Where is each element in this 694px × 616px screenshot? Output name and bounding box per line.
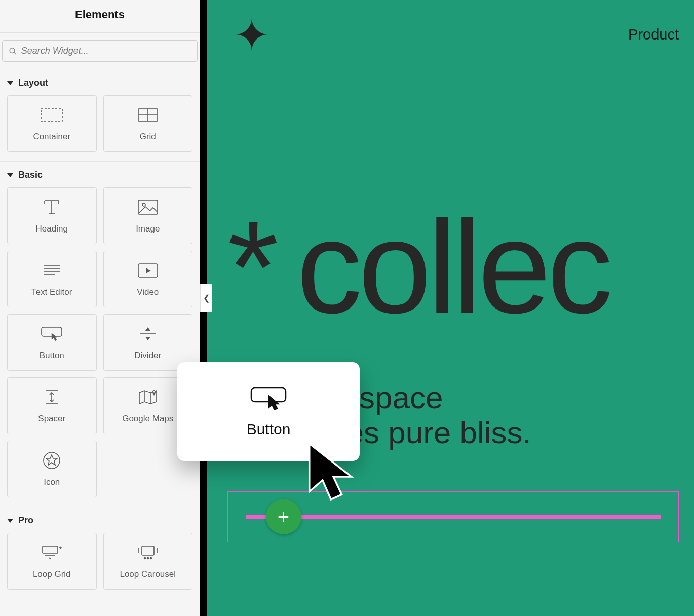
button-icon bbox=[250, 386, 287, 410]
widget-icon[interactable]: Icon bbox=[7, 441, 97, 497]
svg-marker-21 bbox=[145, 327, 150, 331]
widget-loop-grid[interactable]: Loop Grid bbox=[7, 533, 97, 590]
svg-point-38 bbox=[147, 558, 148, 559]
elements-panel: Elements Layout Container Grid Basic bbox=[0, 0, 200, 616]
section-header-basic[interactable]: Basic bbox=[0, 161, 200, 187]
svg-rect-2 bbox=[41, 109, 62, 121]
section-label: Pro bbox=[18, 515, 33, 526]
svg-point-12 bbox=[142, 203, 145, 206]
widget-video[interactable]: Video bbox=[103, 251, 193, 307]
svg-point-0 bbox=[10, 48, 15, 53]
add-element-button[interactable]: + bbox=[266, 499, 301, 534]
logo-icon bbox=[234, 16, 270, 53]
collapse-sidebar-button[interactable]: ❮ bbox=[200, 284, 212, 312]
loop-carousel-icon bbox=[137, 543, 159, 562]
svg-line-1 bbox=[14, 52, 16, 54]
svg-marker-30 bbox=[46, 455, 57, 465]
nav-link-product[interactable]: Product bbox=[628, 26, 679, 43]
widget-heading[interactable]: Heading bbox=[7, 187, 97, 244]
grid-icon bbox=[138, 105, 158, 125]
widget-image[interactable]: Image bbox=[103, 187, 193, 244]
widget-spacer[interactable]: Spacer bbox=[7, 377, 97, 434]
svg-marker-18 bbox=[146, 268, 151, 273]
svg-marker-22 bbox=[145, 337, 150, 340]
search-input-wrap[interactable] bbox=[2, 40, 198, 62]
star-icon bbox=[43, 451, 61, 470]
search-input[interactable] bbox=[21, 46, 191, 56]
hero-heading: * collec bbox=[227, 208, 609, 326]
panel-title: Elements bbox=[0, 0, 200, 33]
loop-grid-icon bbox=[41, 543, 62, 562]
drag-preview-label: Button bbox=[247, 420, 291, 438]
search-icon bbox=[9, 47, 17, 56]
button-icon bbox=[41, 324, 63, 343]
heading-icon bbox=[42, 198, 62, 217]
section-header-pro[interactable]: Pro bbox=[0, 507, 200, 533]
svg-rect-11 bbox=[138, 200, 158, 214]
section-header-layout[interactable]: Layout bbox=[0, 69, 200, 95]
editor-canvas[interactable]: Product * collec space bes pure bliss. + bbox=[207, 0, 694, 616]
svg-rect-31 bbox=[43, 546, 58, 553]
caret-down-icon bbox=[7, 519, 13, 523]
asterisk-icon: * bbox=[227, 234, 279, 300]
drop-indicator-line bbox=[246, 515, 661, 519]
section-label: Basic bbox=[18, 170, 43, 180]
divider-icon bbox=[139, 324, 157, 343]
widget-loop-carousel[interactable]: Loop Carousel bbox=[103, 533, 193, 590]
caret-down-icon bbox=[7, 173, 13, 177]
widget-divider[interactable]: Divider bbox=[103, 314, 193, 371]
section-label: Layout bbox=[18, 78, 48, 88]
svg-rect-34 bbox=[142, 546, 154, 555]
canvas-header: Product bbox=[207, 0, 679, 66]
chevron-left-icon: ❮ bbox=[203, 293, 210, 303]
google-maps-icon bbox=[138, 388, 158, 407]
drop-zone[interactable]: + bbox=[227, 491, 679, 542]
video-icon bbox=[138, 261, 158, 280]
text-editor-icon bbox=[43, 261, 61, 280]
widget-grid[interactable]: Grid bbox=[103, 95, 193, 152]
widget-button[interactable]: Button bbox=[7, 314, 97, 371]
spacer-icon bbox=[44, 388, 60, 407]
svg-point-39 bbox=[150, 558, 151, 559]
widget-text-editor[interactable]: Text Editor bbox=[7, 251, 97, 307]
hero-title-text: collec bbox=[296, 208, 609, 326]
plus-icon: + bbox=[278, 506, 289, 528]
image-icon bbox=[138, 198, 158, 217]
cursor-icon bbox=[303, 441, 364, 509]
svg-point-37 bbox=[144, 558, 145, 559]
container-icon bbox=[41, 105, 63, 125]
widget-container[interactable]: Container bbox=[7, 95, 97, 152]
svg-point-28 bbox=[153, 391, 155, 393]
caret-down-icon bbox=[7, 81, 13, 85]
